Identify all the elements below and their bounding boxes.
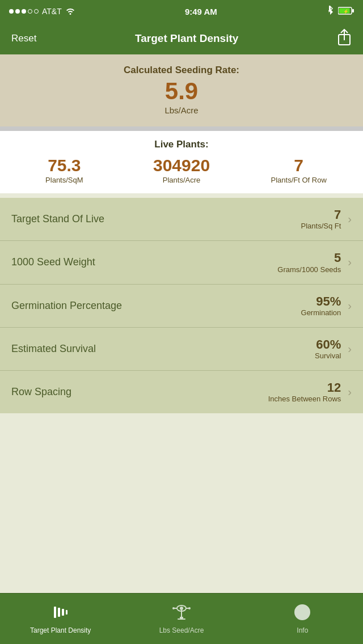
live-plants-row: 75.3 Plants/SqM 304920 Plants/Acre 7 Pla… [6, 157, 357, 184]
info-icon [293, 603, 311, 624]
carrier-label: AT&T [42, 7, 62, 16]
svg-rect-2 [352, 9, 354, 12]
reset-button[interactable]: Reset [11, 33, 36, 44]
survival-value-container: 60% Survival [315, 338, 341, 360]
seed-weight-right: 5 Grams/1000 Seeds › [277, 251, 352, 273]
svg-point-17 [172, 607, 175, 609]
row-spacing-right: 12 Inches Between Rows › [268, 381, 352, 403]
settings-row-survival[interactable]: Estimated Survival 60% Survival › [0, 328, 363, 371]
seeding-rate-section: Calculated Seeding Rate: 5.9 Lbs/Acre [0, 54, 363, 126]
row-spacing-value: 12 [268, 381, 341, 395]
seed-weight-value: 5 [277, 251, 341, 265]
row-spacing-label: Row Spacing [11, 386, 268, 398]
bottom-spacer [0, 413, 363, 464]
seeding-rate-value: 5.9 [11, 78, 352, 104]
nav-bar: Reset Target Plant Density [0, 23, 363, 54]
live-plants-sqm-value: 75.3 [6, 157, 123, 174]
svg-point-21 [302, 608, 303, 610]
signal-dots [9, 9, 39, 14]
tab-info-label: Info [297, 626, 308, 634]
seed-weight-chevron: › [348, 256, 352, 269]
seed-weight-unit: Grams/1000 Seeds [277, 265, 341, 274]
page-title: Target Plant Density [135, 32, 238, 45]
target-stand-value: 7 [301, 208, 341, 222]
svg-point-18 [188, 607, 191, 609]
tab-info[interactable]: Info [242, 603, 363, 634]
share-button[interactable] [337, 29, 352, 49]
live-plants-acre-value: 304920 [123, 157, 240, 174]
seed-weight-value-container: 5 Grams/1000 Seeds [277, 251, 341, 273]
dot-4 [28, 9, 32, 14]
svg-rect-9 [66, 610, 67, 615]
density-icon [52, 603, 70, 624]
survival-right: 60% Survival › [315, 338, 352, 360]
status-time: 9:49 AM [185, 7, 217, 16]
live-plants-sqm: 75.3 Plants/SqM [6, 157, 123, 184]
settings-row-seed-weight[interactable]: 1000 Seed Weight 5 Grams/1000 Seeds › [0, 241, 363, 284]
live-plants-sqm-unit: Plants/SqM [6, 176, 123, 184]
row-spacing-chevron: › [348, 385, 352, 399]
tab-scale-label: Lbs Seed/Acre [159, 626, 204, 634]
row-spacing-value-container: 12 Inches Between Rows [268, 381, 341, 403]
live-plants-acre-unit: Plants/Acre [123, 176, 240, 184]
target-stand-label: Target Stand Of Live [11, 213, 301, 225]
live-plants-title: Live Plants: [6, 139, 357, 150]
germination-chevron: › [348, 299, 352, 312]
svg-point-14 [180, 607, 183, 610]
live-plants-acre: 304920 Plants/Acre [123, 157, 240, 184]
target-stand-chevron: › [348, 213, 352, 226]
tab-density-label: Target Plant Density [30, 626, 91, 634]
seeding-rate-unit: Lbs/Acre [11, 105, 352, 115]
tab-bar: Target Plant Density Lbs Seed/Acre [0, 593, 363, 644]
target-stand-right: 7 Plants/Sq Ft › [301, 208, 352, 230]
target-stand-value-container: 7 Plants/Sq Ft [301, 208, 341, 230]
live-plants-ftrow-value: 7 [240, 157, 357, 174]
svg-rect-7 [58, 608, 60, 617]
survival-chevron: › [348, 342, 352, 355]
tab-lbs-seed-acre[interactable]: Lbs Seed/Acre [121, 603, 242, 634]
germination-value-container: 95% Germination [301, 295, 341, 317]
bluetooth-icon [327, 6, 334, 18]
tab-target-plant-density[interactable]: Target Plant Density [0, 603, 121, 634]
dot-5 [34, 9, 39, 14]
dot-3 [22, 9, 26, 14]
settings-section: Target Stand Of Live 7 Plants/Sq Ft › 10… [0, 198, 363, 413]
section-divider [0, 126, 363, 131]
scale-icon [172, 603, 191, 624]
battery-icon: ⚡ [338, 7, 354, 16]
seeding-rate-label: Calculated Seeding Rate: [11, 65, 352, 76]
live-plants-section: Live Plants: 75.3 Plants/SqM 304920 Plan… [0, 131, 363, 193]
germination-right: 95% Germination › [301, 295, 352, 317]
dot-2 [15, 9, 20, 14]
svg-rect-6 [54, 607, 56, 618]
settings-row-germination[interactable]: Germination Percentage 95% Germination › [0, 285, 363, 328]
dot-1 [9, 9, 14, 14]
row-spacing-unit: Inches Between Rows [268, 395, 341, 403]
germination-unit: Germination [301, 308, 341, 317]
seed-weight-label: 1000 Seed Weight [11, 256, 277, 268]
live-plants-ftrow-unit: Plants/Ft Of Row [240, 176, 357, 184]
target-stand-unit: Plants/Sq Ft [301, 222, 341, 230]
settings-row-target-stand[interactable]: Target Stand Of Live 7 Plants/Sq Ft › [0, 198, 363, 241]
germination-label: Germination Percentage [11, 300, 301, 312]
svg-rect-10 [180, 617, 183, 618]
status-right: ⚡ [327, 6, 354, 18]
svg-rect-8 [62, 609, 64, 616]
status-bar: AT&T 9:49 AM ⚡ [0, 0, 363, 23]
settings-row-row-spacing[interactable]: Row Spacing 12 Inches Between Rows › [0, 371, 363, 413]
svg-rect-11 [178, 618, 185, 620]
status-left: AT&T [9, 7, 75, 16]
live-plants-ftrow: 7 Plants/Ft Of Row [240, 157, 357, 184]
survival-unit: Survival [315, 351, 341, 360]
svg-text:⚡: ⚡ [343, 9, 349, 14]
germination-value: 95% [301, 295, 341, 308]
survival-label: Estimated Survival [11, 343, 315, 355]
wifi-icon [65, 7, 75, 16]
survival-value: 60% [315, 338, 341, 351]
